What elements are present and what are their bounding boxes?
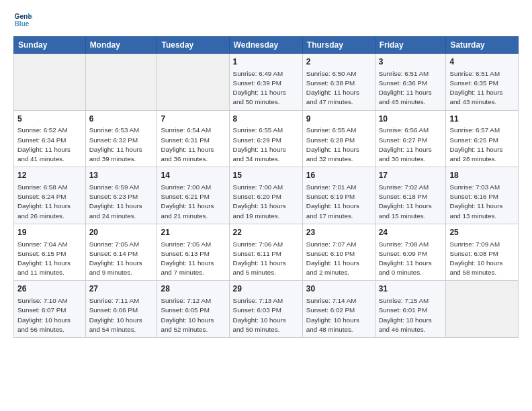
week-row-5: 26Sunrise: 7:10 AM Sunset: 6:07 PM Dayli… xyxy=(14,281,519,338)
column-header-thursday: Thursday xyxy=(302,37,375,54)
week-row-2: 5Sunrise: 6:52 AM Sunset: 6:34 PM Daylig… xyxy=(14,110,519,167)
day-number: 15 xyxy=(233,170,299,181)
column-header-friday: Friday xyxy=(375,37,446,54)
day-cell: 4Sunrise: 6:51 AM Sunset: 6:35 PM Daylig… xyxy=(446,54,519,111)
day-info: Sunrise: 7:06 AM Sunset: 6:11 PM Dayligh… xyxy=(233,240,286,277)
calendar-page: General Blue SundayMondayTuesdayWednesda… xyxy=(0,0,532,349)
day-number: 23 xyxy=(306,227,371,238)
day-cell: 16Sunrise: 7:01 AM Sunset: 6:19 PM Dayli… xyxy=(302,167,375,224)
day-info: Sunrise: 7:15 AM Sunset: 6:01 PM Dayligh… xyxy=(379,297,432,333)
day-info: Sunrise: 6:50 AM Sunset: 6:38 PM Dayligh… xyxy=(306,70,359,106)
day-cell: 7Sunrise: 6:54 AM Sunset: 6:31 PM Daylig… xyxy=(157,110,229,167)
day-info: Sunrise: 7:05 AM Sunset: 6:13 PM Dayligh… xyxy=(161,240,214,277)
logo-icon: General Blue xyxy=(13,11,32,30)
day-info: Sunrise: 6:49 AM Sunset: 6:39 PM Dayligh… xyxy=(233,70,286,106)
day-cell: 5Sunrise: 6:52 AM Sunset: 6:34 PM Daylig… xyxy=(14,110,86,167)
day-info: Sunrise: 7:04 AM Sunset: 6:15 PM Dayligh… xyxy=(17,240,71,277)
day-number: 18 xyxy=(449,170,515,181)
day-cell: 12Sunrise: 6:58 AM Sunset: 6:24 PM Dayli… xyxy=(14,167,86,224)
column-header-saturday: Saturday xyxy=(446,37,519,54)
day-cell: 19Sunrise: 7:04 AM Sunset: 6:15 PM Dayli… xyxy=(14,224,86,281)
day-number: 6 xyxy=(89,113,154,125)
day-info: Sunrise: 7:12 AM Sunset: 6:05 PM Dayligh… xyxy=(161,297,214,333)
day-number: 8 xyxy=(233,113,299,125)
day-info: Sunrise: 7:01 AM Sunset: 6:19 PM Dayligh… xyxy=(306,183,359,220)
day-cell: 17Sunrise: 7:02 AM Sunset: 6:18 PM Dayli… xyxy=(375,167,446,224)
day-cell: 9Sunrise: 6:55 AM Sunset: 6:28 PM Daylig… xyxy=(302,110,375,167)
day-number: 30 xyxy=(306,283,371,295)
day-number: 28 xyxy=(161,283,225,295)
day-number: 1 xyxy=(233,56,299,68)
day-number: 2 xyxy=(306,56,371,68)
day-cell: 23Sunrise: 7:07 AM Sunset: 6:10 PM Dayli… xyxy=(302,224,375,281)
day-cell: 27Sunrise: 7:11 AM Sunset: 6:06 PM Dayli… xyxy=(85,281,157,338)
day-cell: 1Sunrise: 6:49 AM Sunset: 6:39 PM Daylig… xyxy=(229,54,302,111)
column-header-tuesday: Tuesday xyxy=(157,37,229,54)
day-cell: 2Sunrise: 6:50 AM Sunset: 6:38 PM Daylig… xyxy=(302,54,375,111)
column-header-monday: Monday xyxy=(85,37,157,54)
day-cell: 29Sunrise: 7:13 AM Sunset: 6:03 PM Dayli… xyxy=(229,281,302,338)
day-info: Sunrise: 6:51 AM Sunset: 6:36 PM Dayligh… xyxy=(379,70,432,106)
calendar-header-row: SundayMondayTuesdayWednesdayThursdayFrid… xyxy=(14,37,519,54)
column-header-wednesday: Wednesday xyxy=(229,37,302,54)
day-cell: 24Sunrise: 7:08 AM Sunset: 6:09 PM Dayli… xyxy=(375,224,446,281)
day-cell xyxy=(14,54,86,111)
day-info: Sunrise: 7:13 AM Sunset: 6:03 PM Dayligh… xyxy=(233,297,286,333)
day-info: Sunrise: 6:53 AM Sunset: 6:32 PM Dayligh… xyxy=(89,126,142,163)
day-number: 13 xyxy=(89,170,154,181)
day-info: Sunrise: 7:10 AM Sunset: 6:07 PM Dayligh… xyxy=(17,297,71,333)
day-cell: 20Sunrise: 7:05 AM Sunset: 6:14 PM Dayli… xyxy=(85,224,157,281)
day-number: 20 xyxy=(89,227,154,238)
calendar-body: 1Sunrise: 6:49 AM Sunset: 6:39 PM Daylig… xyxy=(14,54,519,338)
day-cell xyxy=(157,54,229,111)
day-number: 17 xyxy=(379,170,443,181)
day-info: Sunrise: 7:14 AM Sunset: 6:02 PM Dayligh… xyxy=(306,297,359,333)
day-info: Sunrise: 6:58 AM Sunset: 6:24 PM Dayligh… xyxy=(17,183,71,220)
day-number: 25 xyxy=(449,227,515,238)
day-number: 10 xyxy=(379,113,443,125)
day-cell xyxy=(85,54,157,111)
day-cell: 30Sunrise: 7:14 AM Sunset: 6:02 PM Dayli… xyxy=(302,281,375,338)
day-number: 22 xyxy=(233,227,299,238)
day-number: 12 xyxy=(17,170,82,181)
day-cell: 13Sunrise: 6:59 AM Sunset: 6:23 PM Dayli… xyxy=(85,167,157,224)
day-cell: 6Sunrise: 6:53 AM Sunset: 6:32 PM Daylig… xyxy=(85,110,157,167)
day-info: Sunrise: 7:09 AM Sunset: 6:08 PM Dayligh… xyxy=(449,240,502,277)
day-number: 11 xyxy=(449,113,515,125)
day-info: Sunrise: 6:52 AM Sunset: 6:34 PM Dayligh… xyxy=(17,126,71,163)
calendar-table: SundayMondayTuesdayWednesdayThursdayFrid… xyxy=(13,36,519,338)
week-row-3: 12Sunrise: 6:58 AM Sunset: 6:24 PM Dayli… xyxy=(14,167,519,224)
day-number: 26 xyxy=(17,283,82,295)
day-info: Sunrise: 6:57 AM Sunset: 6:25 PM Dayligh… xyxy=(449,126,502,163)
day-cell: 25Sunrise: 7:09 AM Sunset: 6:08 PM Dayli… xyxy=(446,224,519,281)
day-cell xyxy=(446,281,519,338)
svg-text:Blue: Blue xyxy=(15,20,30,28)
day-cell: 15Sunrise: 7:00 AM Sunset: 6:20 PM Dayli… xyxy=(229,167,302,224)
day-info: Sunrise: 7:00 AM Sunset: 6:21 PM Dayligh… xyxy=(161,183,214,220)
day-number: 4 xyxy=(449,56,515,68)
day-cell: 11Sunrise: 6:57 AM Sunset: 6:25 PM Dayli… xyxy=(446,110,519,167)
day-number: 29 xyxy=(233,283,299,295)
day-number: 5 xyxy=(17,113,82,125)
day-info: Sunrise: 6:55 AM Sunset: 6:28 PM Dayligh… xyxy=(306,126,359,163)
day-info: Sunrise: 6:55 AM Sunset: 6:29 PM Dayligh… xyxy=(233,126,286,163)
day-cell: 28Sunrise: 7:12 AM Sunset: 6:05 PM Dayli… xyxy=(157,281,229,338)
column-header-sunday: Sunday xyxy=(14,37,86,54)
day-number: 7 xyxy=(161,113,225,125)
day-info: Sunrise: 7:03 AM Sunset: 6:16 PM Dayligh… xyxy=(449,183,502,220)
day-info: Sunrise: 6:54 AM Sunset: 6:31 PM Dayligh… xyxy=(161,126,214,163)
day-number: 14 xyxy=(161,170,225,181)
week-row-4: 19Sunrise: 7:04 AM Sunset: 6:15 PM Dayli… xyxy=(14,224,519,281)
week-row-1: 1Sunrise: 6:49 AM Sunset: 6:39 PM Daylig… xyxy=(14,54,519,111)
day-info: Sunrise: 7:02 AM Sunset: 6:18 PM Dayligh… xyxy=(379,183,432,220)
day-info: Sunrise: 6:51 AM Sunset: 6:35 PM Dayligh… xyxy=(449,70,502,106)
day-info: Sunrise: 7:08 AM Sunset: 6:09 PM Dayligh… xyxy=(379,240,432,277)
day-info: Sunrise: 6:56 AM Sunset: 6:27 PM Dayligh… xyxy=(379,126,432,163)
day-cell: 31Sunrise: 7:15 AM Sunset: 6:01 PM Dayli… xyxy=(375,281,446,338)
day-cell: 26Sunrise: 7:10 AM Sunset: 6:07 PM Dayli… xyxy=(14,281,86,338)
day-cell: 10Sunrise: 6:56 AM Sunset: 6:27 PM Dayli… xyxy=(375,110,446,167)
day-cell: 14Sunrise: 7:00 AM Sunset: 6:21 PM Dayli… xyxy=(157,167,229,224)
day-info: Sunrise: 7:05 AM Sunset: 6:14 PM Dayligh… xyxy=(89,240,142,277)
day-info: Sunrise: 6:59 AM Sunset: 6:23 PM Dayligh… xyxy=(89,183,142,220)
day-cell: 3Sunrise: 6:51 AM Sunset: 6:36 PM Daylig… xyxy=(375,54,446,111)
